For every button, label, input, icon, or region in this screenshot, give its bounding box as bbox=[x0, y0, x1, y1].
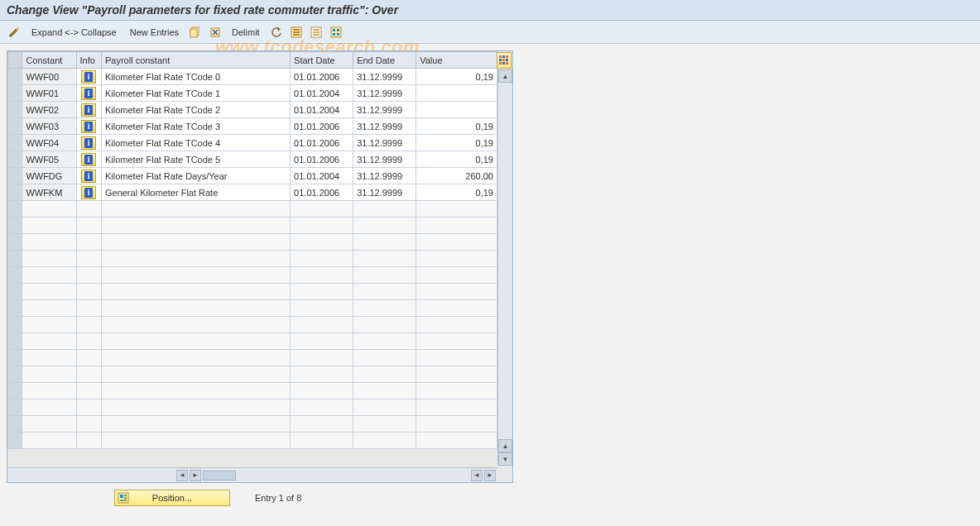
cell-value[interactable]: 0,19 bbox=[416, 184, 497, 201]
deselect-all-icon[interactable] bbox=[308, 24, 324, 41]
cell-value[interactable]: 0,19 bbox=[416, 118, 497, 135]
cell-constant[interactable]: WWF04 bbox=[22, 135, 76, 151]
cell-start[interactable]: 01.01.2006 bbox=[291, 135, 353, 151]
cell-payroll[interactable]: Kilometer Flat Rate TCode 5 bbox=[101, 151, 290, 168]
row-selector[interactable] bbox=[8, 135, 22, 151]
table-row-empty[interactable] bbox=[8, 267, 497, 284]
table-row[interactable]: WWF00Kilometer Flat Rate TCode 001.01.20… bbox=[8, 69, 497, 85]
cell-info[interactable] bbox=[76, 135, 101, 151]
cell-info[interactable] bbox=[76, 102, 101, 118]
cell-start[interactable]: 01.01.2004 bbox=[291, 102, 353, 118]
cell-start[interactable]: 01.01.2006 bbox=[291, 184, 353, 201]
table-row[interactable]: WWF05Kilometer Flat Rate TCode 501.01.20… bbox=[8, 151, 497, 168]
cell-info[interactable] bbox=[76, 151, 101, 168]
cell-end[interactable]: 31.12.9999 bbox=[353, 69, 416, 85]
cell-constant[interactable]: WWF05 bbox=[22, 151, 76, 168]
delete-icon[interactable] bbox=[207, 24, 223, 41]
delimit-button[interactable]: Delimit bbox=[227, 24, 265, 41]
cell-start[interactable]: 01.01.2006 bbox=[291, 69, 353, 85]
cell-info[interactable] bbox=[76, 118, 101, 135]
info-icon[interactable] bbox=[81, 120, 96, 133]
table-row-empty[interactable] bbox=[8, 350, 497, 366]
cell-payroll[interactable]: Kilometer Flat Rate TCode 4 bbox=[101, 135, 290, 151]
cell-constant[interactable]: WWF02 bbox=[22, 102, 76, 118]
table-row-empty[interactable] bbox=[8, 333, 497, 350]
scroll-track[interactable] bbox=[203, 471, 236, 481]
cell-start[interactable]: 01.01.2006 bbox=[291, 151, 353, 168]
cell-info[interactable] bbox=[76, 184, 101, 201]
cell-end[interactable]: 31.12.9999 bbox=[353, 118, 416, 135]
cell-payroll[interactable]: General Kilometer Flat Rate bbox=[101, 184, 290, 201]
row-selector[interactable] bbox=[8, 118, 22, 135]
table-row[interactable]: WWFDGKilometer Flat Rate Days/Year01.01.… bbox=[8, 168, 497, 184]
cell-constant[interactable]: WWF01 bbox=[22, 85, 76, 102]
table-row-empty[interactable] bbox=[8, 433, 497, 449]
cell-end[interactable]: 31.12.9999 bbox=[353, 135, 416, 151]
scroll-down2-icon[interactable]: ▲ bbox=[498, 439, 512, 452]
table-row-empty[interactable] bbox=[8, 234, 497, 251]
cell-end[interactable]: 31.12.9999 bbox=[353, 85, 416, 102]
col-end[interactable]: End Date bbox=[353, 52, 416, 69]
row-selector[interactable] bbox=[8, 151, 22, 168]
cell-value[interactable]: 0,19 bbox=[416, 135, 497, 151]
table-row-empty[interactable] bbox=[8, 317, 497, 333]
col-constant[interactable]: Constant bbox=[22, 52, 76, 69]
cell-end[interactable]: 31.12.9999 bbox=[353, 102, 416, 118]
cell-constant[interactable]: WWF03 bbox=[22, 118, 76, 135]
toggle-edit-icon[interactable] bbox=[5, 24, 23, 41]
cell-payroll[interactable]: Kilometer Flat Rate Days/Year bbox=[101, 168, 290, 184]
cell-payroll[interactable]: Kilometer Flat Rate TCode 2 bbox=[101, 102, 290, 118]
scroll-left-icon[interactable]: ◄ bbox=[176, 470, 188, 481]
cell-info[interactable] bbox=[76, 85, 101, 102]
row-selector[interactable] bbox=[8, 102, 22, 118]
cell-payroll[interactable]: Kilometer Flat Rate TCode 1 bbox=[101, 85, 290, 102]
col-info[interactable]: Info bbox=[76, 52, 101, 69]
cell-start[interactable]: 01.01.2004 bbox=[291, 85, 353, 102]
row-selector[interactable] bbox=[8, 168, 22, 184]
table-row[interactable]: WWF04Kilometer Flat Rate TCode 401.01.20… bbox=[8, 135, 497, 151]
select-all-icon[interactable] bbox=[288, 24, 305, 41]
info-icon[interactable] bbox=[81, 136, 96, 150]
cell-constant[interactable]: WWF00 bbox=[22, 69, 76, 85]
table-config-icon[interactable] bbox=[497, 52, 512, 69]
table-row-empty[interactable] bbox=[8, 300, 497, 317]
undo-icon[interactable] bbox=[268, 24, 285, 41]
info-icon[interactable] bbox=[81, 170, 96, 183]
col-payroll[interactable]: Payroll constant bbox=[101, 52, 290, 69]
cell-start[interactable]: 01.01.2006 bbox=[291, 118, 353, 135]
scroll-left2-icon[interactable]: ◄ bbox=[471, 470, 483, 481]
info-icon[interactable] bbox=[81, 70, 96, 84]
cell-value[interactable]: 260,00 bbox=[416, 168, 497, 184]
cell-payroll[interactable]: Kilometer Flat Rate TCode 3 bbox=[101, 118, 290, 135]
info-icon[interactable] bbox=[81, 103, 96, 117]
table-row-empty[interactable] bbox=[8, 416, 497, 433]
horizontal-scrollbar[interactable]: ◄ ► ◄ ► bbox=[7, 467, 497, 482]
table-row-empty[interactable] bbox=[8, 399, 497, 416]
new-entries-button[interactable]: New Entries bbox=[125, 24, 184, 41]
cell-start[interactable]: 01.01.2004 bbox=[291, 168, 353, 184]
row-selector[interactable] bbox=[8, 85, 22, 102]
vertical-scrollbar[interactable]: ▲ ▲ ▼ bbox=[497, 69, 512, 466]
table-row-empty[interactable] bbox=[8, 218, 497, 234]
info-icon[interactable] bbox=[81, 87, 96, 100]
copy-icon[interactable] bbox=[187, 24, 204, 41]
info-icon[interactable] bbox=[81, 153, 96, 166]
scroll-up-icon[interactable]: ▲ bbox=[498, 69, 512, 83]
scroll-down-icon[interactable]: ▼ bbox=[498, 452, 512, 466]
position-button[interactable]: Position... bbox=[114, 490, 230, 506]
cell-value[interactable] bbox=[416, 85, 497, 102]
cell-info[interactable] bbox=[76, 168, 101, 184]
table-row[interactable]: WWFKMGeneral Kilometer Flat Rate01.01.20… bbox=[8, 184, 497, 201]
cell-value[interactable]: 0,19 bbox=[416, 151, 497, 168]
row-selector-header[interactable] bbox=[8, 52, 22, 69]
row-selector[interactable] bbox=[8, 184, 22, 201]
table-row-empty[interactable] bbox=[8, 383, 497, 399]
col-start[interactable]: Start Date bbox=[291, 52, 353, 69]
cell-constant[interactable]: WWFDG bbox=[22, 168, 76, 184]
configure-icon[interactable] bbox=[328, 24, 344, 41]
col-value[interactable]: Value bbox=[416, 52, 497, 69]
cell-end[interactable]: 31.12.9999 bbox=[353, 168, 416, 184]
cell-constant[interactable]: WWFKM bbox=[22, 184, 76, 201]
cell-value[interactable]: 0,19 bbox=[416, 69, 497, 85]
table-row[interactable]: WWF03Kilometer Flat Rate TCode 301.01.20… bbox=[8, 118, 497, 135]
